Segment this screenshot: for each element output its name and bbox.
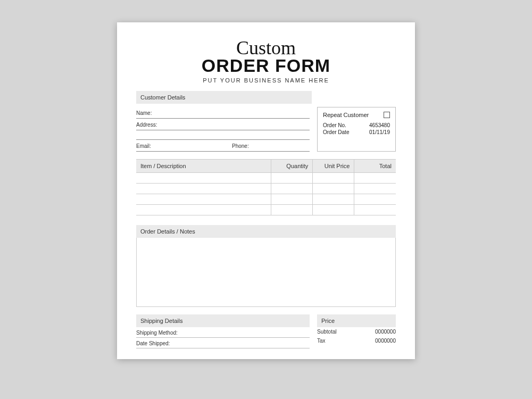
contact-field[interactable]: Email: Phone: — [136, 140, 310, 152]
tax-label: Tax — [317, 338, 326, 344]
col-description: Item / Description — [136, 160, 271, 173]
header-script: Custom — [136, 38, 396, 57]
address-label: Address: — [136, 122, 157, 128]
table-row[interactable] — [136, 184, 396, 194]
subtotal-value: 0000000 — [375, 329, 396, 335]
order-no-value: 4653480 — [369, 122, 390, 128]
table-row[interactable] — [136, 173, 396, 184]
order-no-label: Order No. — [323, 122, 346, 128]
order-no-row: Order No. 4653480 — [323, 122, 390, 128]
order-date-row: Order Date 01/11/19 — [323, 129, 390, 135]
name-label: Name: — [136, 110, 157, 116]
address-field[interactable]: Address: — [136, 119, 310, 130]
repeat-customer-row: Repeat Customer — [323, 112, 390, 118]
header-subtitle: PUT YOUR BUSINESS NAME HERE — [136, 77, 396, 84]
tax-row: Tax 0000000 — [317, 336, 396, 345]
bottom-row: Shipping Details Shipping Method: Date S… — [136, 314, 396, 348]
phone-label: Phone: — [232, 143, 249, 149]
price-section: Price Subtotal 0000000 Tax 0000000 — [317, 314, 396, 348]
form-header: Custom ORDER FORM PUT YOUR BUSINESS NAME… — [136, 38, 396, 84]
name-field[interactable]: Name: — [136, 107, 310, 119]
items-table: Item / Description Quantity Unit Price T… — [136, 159, 396, 215]
repeat-customer-label: Repeat Customer — [323, 112, 369, 118]
customer-fields: Name: Address: Email: Phone: — [136, 107, 310, 152]
shipping-section: Shipping Details Shipping Method: Date S… — [136, 314, 310, 348]
notes-bar: Order Details / Notes — [136, 225, 396, 238]
col-unit-price: Unit Price — [313, 160, 354, 173]
shipping-bar: Shipping Details — [136, 314, 310, 327]
order-meta-box: Repeat Customer Order No. 4653480 Order … — [317, 107, 396, 152]
customer-row: Name: Address: Email: Phone: Repeat Cust… — [136, 107, 396, 152]
header-title: ORDER FORM — [136, 55, 396, 76]
col-total: Total — [354, 160, 396, 173]
notes-box[interactable] — [136, 238, 396, 307]
price-bar: Price — [317, 314, 396, 327]
table-row[interactable] — [136, 194, 396, 205]
customer-details-bar: Customer Details — [136, 91, 312, 104]
shipping-method-field[interactable]: Shipping Method: — [136, 327, 310, 338]
email-label: Email: — [136, 143, 157, 149]
table-row[interactable] — [136, 205, 396, 215]
date-shipped-field[interactable]: Date Shipped: — [136, 338, 310, 348]
address-field-2[interactable] — [136, 130, 310, 140]
order-date-label: Order Date — [323, 129, 349, 135]
subtotal-row: Subtotal 0000000 — [317, 327, 396, 336]
repeat-customer-checkbox[interactable] — [384, 112, 390, 118]
order-date-value: 01/11/19 — [369, 129, 390, 135]
subtotal-label: Subtotal — [317, 329, 337, 335]
col-quantity: Quantity — [271, 160, 313, 173]
tax-value: 0000000 — [375, 338, 396, 344]
order-form-page: Custom ORDER FORM PUT YOUR BUSINESS NAME… — [117, 22, 415, 359]
